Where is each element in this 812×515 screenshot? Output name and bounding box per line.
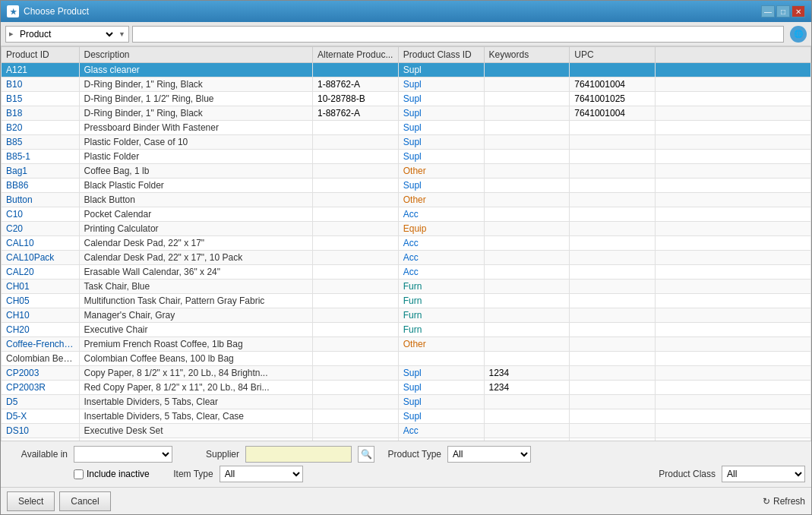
search-type-select[interactable]: Product Customer Vendor — [17, 28, 115, 40]
cell-alternate — [313, 179, 399, 193]
cell-extra — [656, 63, 811, 77]
cell-class-id: Supl — [398, 381, 484, 395]
cell-keywords — [484, 106, 570, 121]
search-input[interactable] — [132, 26, 784, 43]
table-header-row: Product ID Description Alternate Produc.… — [2, 47, 811, 63]
table-row[interactable]: CAL10Calendar Desk Pad, 22" x 17"Acc — [2, 236, 811, 251]
cell-description: Executive Chair — [79, 323, 313, 337]
table-row[interactable]: A121Glass cleanerSupl — [2, 63, 811, 77]
maximize-button[interactable]: □ — [776, 5, 790, 17]
cell-product-id: CH01 — [2, 280, 80, 294]
table-row[interactable]: CH01Task Chair, BlueFurn — [2, 280, 811, 294]
cell-class-id: Supl — [398, 63, 484, 77]
cell-description: Calendar Desk Pad, 22" x 17" — [79, 236, 313, 251]
item-type-select[interactable]: All — [220, 466, 303, 482]
table-container[interactable]: Product ID Description Alternate Produc.… — [1, 46, 811, 441]
col-header-upc[interactable]: UPC — [570, 47, 656, 63]
table-row[interactable]: C10Pocket CalendarAcc — [2, 207, 811, 222]
product-class-label: Product Class — [655, 469, 716, 479]
table-row[interactable]: B18D-Ring Binder, 1" Ring, Black1-88762-… — [2, 106, 811, 121]
cell-extra — [656, 352, 811, 366]
cell-product-id: CP2003R — [2, 381, 80, 395]
table-row[interactable]: CH05Multifunction Task Chair, Pattern Gr… — [2, 294, 811, 308]
cell-product-id: CP2003 — [2, 366, 80, 381]
refresh-button[interactable]: ↻ Refresh — [763, 496, 805, 507]
cell-upc — [570, 164, 656, 179]
cell-keywords — [484, 121, 570, 135]
cell-description: Insertable Dividers, 5 Tabs, Clear — [79, 395, 313, 409]
filter-bar: Available in Supplier 🔍 Product Type All… — [1, 441, 811, 487]
select-button[interactable]: Select — [7, 491, 55, 511]
cell-keywords — [484, 308, 570, 323]
cell-class-id: Supl — [398, 77, 484, 92]
cancel-button[interactable]: Cancel — [59, 491, 110, 511]
cell-product-id: A121 — [2, 63, 80, 77]
cell-product-id: BB86 — [2, 179, 80, 193]
cell-alternate — [313, 207, 399, 222]
search-type-dropdown[interactable]: ▸ Product Customer Vendor ▼ — [5, 26, 129, 43]
table-row[interactable]: B15D-Ring Binder, 1 1/2" Ring, Blue10-28… — [2, 92, 811, 106]
col-header-product-id[interactable]: Product ID — [2, 47, 80, 63]
cell-alternate: 10-28788-B — [313, 92, 399, 106]
available-in-select[interactable] — [74, 446, 172, 463]
table-row[interactable]: Colombian BeansColombian Coffee Beans, 1… — [2, 352, 811, 366]
cell-alternate — [313, 236, 399, 251]
table-row[interactable]: DS10Executive Desk SetAcc — [2, 424, 811, 438]
cell-extra — [656, 121, 811, 135]
table-row[interactable]: CP2003RRed Copy Paper, 8 1/2" x 11", 20 … — [2, 381, 811, 395]
cell-keywords — [484, 323, 570, 337]
table-row[interactable]: D5-XInsertable Dividers, 5 Tabs, Clear, … — [2, 409, 811, 424]
cell-keywords — [484, 409, 570, 424]
table-row[interactable]: B20Pressboard Binder With FastenerSupl — [2, 121, 811, 135]
cell-alternate — [313, 135, 399, 150]
cell-description: Task Chair, Blue — [79, 280, 313, 294]
cell-alternate — [313, 395, 399, 409]
table-row[interactable]: CH10Manager's Chair, GrayFurn — [2, 308, 811, 323]
table-row[interactable]: D5Insertable Dividers, 5 Tabs, ClearSupl — [2, 395, 811, 409]
table-row[interactable]: B10D-Ring Binder, 1" Ring, Black1-88762-… — [2, 77, 811, 92]
table-row[interactable]: CAL20Erasable Wall Calendar, 36" x 24"Ac… — [2, 265, 811, 280]
product-type-select[interactable]: All — [447, 446, 531, 463]
table-body: A121Glass cleanerSuplB10D-Ring Binder, 1… — [2, 63, 811, 441]
table-row[interactable]: BB86Black Plastic FolderSupl — [2, 179, 811, 193]
cell-product-id: DS10 — [2, 424, 80, 438]
include-inactive-checkbox[interactable] — [74, 469, 84, 479]
cell-product-id: B20 — [2, 121, 80, 135]
cell-product-id: Coffee-FrenchRo... — [2, 337, 80, 352]
cell-class-id: Supl — [398, 92, 484, 106]
cell-product-id: CAL10 — [2, 236, 80, 251]
bottom-bar: Select Cancel ↻ Refresh — [1, 487, 811, 514]
supplier-search-button[interactable]: 🔍 — [358, 446, 374, 463]
col-header-keywords[interactable]: Keywords — [484, 47, 570, 63]
cell-keywords: 1234 — [484, 366, 570, 381]
table-row[interactable]: Coffee-FrenchRo...Premium French Roast C… — [2, 337, 811, 352]
cell-extra — [656, 106, 811, 121]
product-class-select[interactable]: All — [722, 466, 805, 482]
toolbar: ▸ Product Customer Vendor ▼ 🌐 — [1, 22, 811, 46]
table-row[interactable]: Bag1Coffee Bag, 1 lbOther — [2, 164, 811, 179]
cell-class-id: Supl — [398, 106, 484, 121]
col-header-description[interactable]: Description — [79, 47, 313, 63]
cell-alternate — [313, 121, 399, 135]
table-row[interactable]: CAL10PackCalendar Desk Pad, 22" x 17", 1… — [2, 251, 811, 265]
col-header-alternate[interactable]: Alternate Produc... — [313, 47, 399, 63]
cell-alternate — [313, 381, 399, 395]
table-row[interactable]: B85Plastic Folder, Case of 10Supl — [2, 135, 811, 150]
cell-class-id — [398, 352, 484, 366]
cell-class-id: Supl — [398, 366, 484, 381]
table-row[interactable]: ButtonBlack ButtonOther — [2, 193, 811, 207]
col-header-class-id[interactable]: Product Class ID — [398, 47, 484, 63]
close-button[interactable]: ✕ — [791, 5, 805, 17]
cell-description: Executive Desk Set — [79, 424, 313, 438]
supplier-input[interactable] — [245, 446, 352, 463]
table-row[interactable]: C20Printing CalculatorEquip — [2, 222, 811, 236]
table-row[interactable]: B85-1Plastic FolderSupl — [2, 150, 811, 164]
table-row[interactable]: CP2003Copy Paper, 8 1/2" x 11", 20 Lb., … — [2, 366, 811, 381]
cell-upc — [570, 135, 656, 150]
cell-upc — [570, 381, 656, 395]
table-row[interactable]: CH20Executive ChairFurn — [2, 323, 811, 337]
cell-upc — [570, 236, 656, 251]
minimize-button[interactable]: ― — [761, 5, 775, 17]
web-search-button[interactable]: 🌐 — [790, 26, 807, 43]
cell-upc — [570, 352, 656, 366]
